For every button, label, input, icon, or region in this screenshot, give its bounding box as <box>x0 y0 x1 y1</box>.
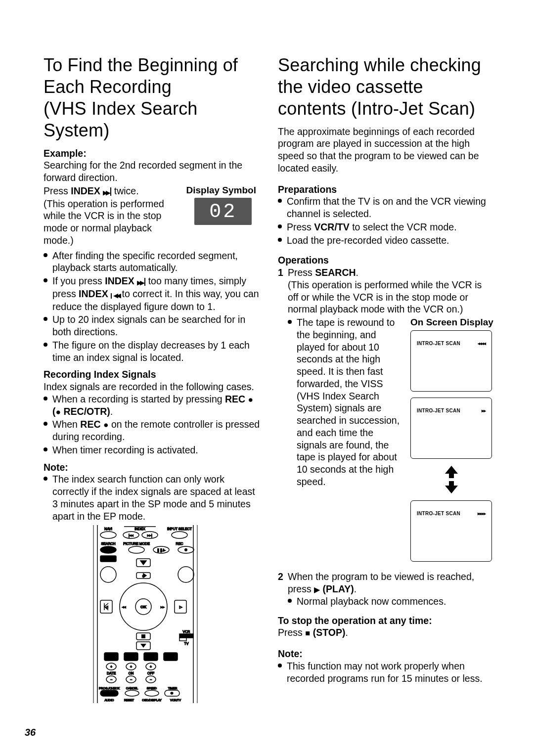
svg-text:+: + <box>150 665 152 668</box>
example-text: Searching for the 2nd recorded segment i… <box>44 159 260 184</box>
osd-box-3: INTRO-JET SCAN▸▸▸▸ <box>410 500 492 562</box>
svg-text:+: + <box>130 665 132 668</box>
o2b: (PLAY) <box>323 583 354 594</box>
b2a: If you press <box>52 275 105 286</box>
pi-bold: INDEX <box>71 185 100 196</box>
note-text-right: This function may not work properly when… <box>278 660 494 685</box>
o2c: . <box>354 583 356 594</box>
rb1a: When a recording is started by pressing <box>52 394 225 404</box>
rec-b3: When timer recording is activated. <box>44 444 260 456</box>
left-title: To Find the Beginning of Each Recording … <box>44 54 260 141</box>
record-icon <box>103 419 109 430</box>
op2-bullet: Normal playback now commences. <box>288 595 494 608</box>
o1c: . <box>356 267 358 278</box>
svg-text:▸▸|: ▸▸| <box>147 534 152 537</box>
prep-b1: Confirm that the TV is on and the VCR vi… <box>278 195 494 220</box>
right-title: Searching while checking the video casse… <box>278 54 494 120</box>
prep-b3: Load the pre-recorded video cassette. <box>278 234 494 247</box>
svg-text:SEARCH: SEARCH <box>101 542 115 545</box>
svg-text:MENU: MENU <box>103 557 114 561</box>
bullet-a4: The figure on the display decreases by 1… <box>44 339 260 364</box>
svg-rect-38 <box>179 634 193 638</box>
svg-text:PICTURE MODE: PICTURE MODE <box>123 542 150 545</box>
example-label: Example: <box>44 147 260 160</box>
fastforward-fast-icon: ▸▸▸▸ <box>478 511 486 517</box>
svg-text:INDEX: INDEX <box>134 527 145 531</box>
bullet-a1: After finding the specific recorded segm… <box>44 250 260 274</box>
svg-rect-68 <box>100 690 118 696</box>
rec-b2: When REC on the remote controller is pre… <box>44 418 260 443</box>
svg-text:+: + <box>110 665 112 668</box>
stop-icon <box>305 627 310 638</box>
right-intro: The approximate beginnings of each recor… <box>278 126 494 175</box>
play-icon <box>314 583 320 594</box>
svg-text:◂◂: ◂◂ <box>122 605 126 609</box>
svg-text:−: − <box>130 678 132 681</box>
svg-text:⏲: ⏲ <box>171 692 174 695</box>
op1-bullet: The tape is rewound to the beginning, an… <box>288 316 494 488</box>
t3: VHS Index Search System) <box>44 98 198 140</box>
bullet-a3: Up to 20 index signals can be searched f… <box>44 313 260 338</box>
note-label-left: Note: <box>44 461 260 474</box>
pb2c: to select the VCR mode. <box>350 222 457 232</box>
note-text-left: The index search function can only work … <box>44 473 260 522</box>
svg-text:VCR: VCR <box>183 630 190 633</box>
stop-heading: To stop the operation at any time: <box>278 615 494 627</box>
svg-point-69 <box>125 690 139 696</box>
svg-rect-39 <box>179 638 186 641</box>
rec-intro: Index signals are recorded in the follow… <box>44 381 260 393</box>
prep-b2: Press VCR/TV to select the VCR mode. <box>278 221 494 233</box>
rb2b: REC <box>80 419 100 430</box>
press-index-paren: (This operation is performed while the V… <box>44 198 179 247</box>
press-index-line: Press INDEX twice. <box>44 185 179 198</box>
pb2a: Press <box>287 222 314 232</box>
pi-post: twice. <box>111 185 138 196</box>
display-symbol-box: 02 <box>194 198 252 225</box>
skip-forward-icon <box>137 275 145 288</box>
remote-control-illustration: NAVI INDEX INPUT SELECT |◂◂ ▸▸| SEARCH P… <box>89 525 214 703</box>
prep-label: Preparations <box>278 183 494 196</box>
svg-text:VCR/TV: VCR/TV <box>170 699 181 702</box>
rt3: contents (Intro-Jet Scan) <box>278 98 475 119</box>
svg-text:AUDIO: AUDIO <box>104 699 114 702</box>
svg-text:PROG./CHECK: PROG./CHECK <box>99 687 120 690</box>
rt1: Searching while checking <box>278 55 481 75</box>
b2d: INDEX <box>79 288 108 299</box>
svg-text:4: 4 <box>170 655 172 659</box>
svg-point-8 <box>172 532 187 538</box>
rb1b: REC <box>225 394 245 404</box>
record-icon <box>248 394 254 404</box>
svg-text:ON: ON <box>129 671 134 675</box>
svg-point-12 <box>100 546 116 553</box>
rb2a: When <box>52 419 80 430</box>
rt2: the video cassette <box>278 77 423 97</box>
rb1c: REC/OTR <box>64 406 107 417</box>
svg-text:INPUT SELECT: INPUT SELECT <box>167 527 192 531</box>
svg-rect-35 <box>141 634 145 638</box>
svg-text:TV: TV <box>184 642 189 645</box>
page-number: 36 <box>25 727 36 738</box>
svg-text:SPEED: SPEED <box>147 687 157 690</box>
st-c: . <box>345 627 348 638</box>
op-2: When the program to be viewed is reached… <box>278 571 494 607</box>
st-b: (STOP) <box>313 627 346 638</box>
svg-text:CANCEL: CANCEL <box>126 687 138 690</box>
skip-forward-icon <box>103 185 111 198</box>
svg-text:|◂◂: |◂◂ <box>129 534 134 537</box>
svg-text:OFF: OFF <box>147 671 154 675</box>
rec-b1: When a recording is started by pressing … <box>44 393 260 418</box>
svg-text:2: 2 <box>130 655 132 659</box>
pi-pre: Press <box>44 185 71 196</box>
svg-text:TIMER: TIMER <box>168 687 178 690</box>
svg-text:−: − <box>150 678 152 681</box>
bullet-a2: If you press INDEX too many times, simpl… <box>44 275 260 312</box>
op-1: Press SEARCH. (This operation is perform… <box>278 267 494 568</box>
note-label-right: Note: <box>278 648 494 660</box>
o1a: Press <box>288 267 315 278</box>
record-icon <box>56 406 61 417</box>
svg-point-17 <box>184 548 187 551</box>
op1-paren: (This operation is performed while the V… <box>288 279 494 315</box>
t1: To Find the Beginning of <box>44 55 238 75</box>
rec-heading: Recording Index Signals <box>44 368 260 381</box>
svg-text:REC: REC <box>176 542 183 545</box>
